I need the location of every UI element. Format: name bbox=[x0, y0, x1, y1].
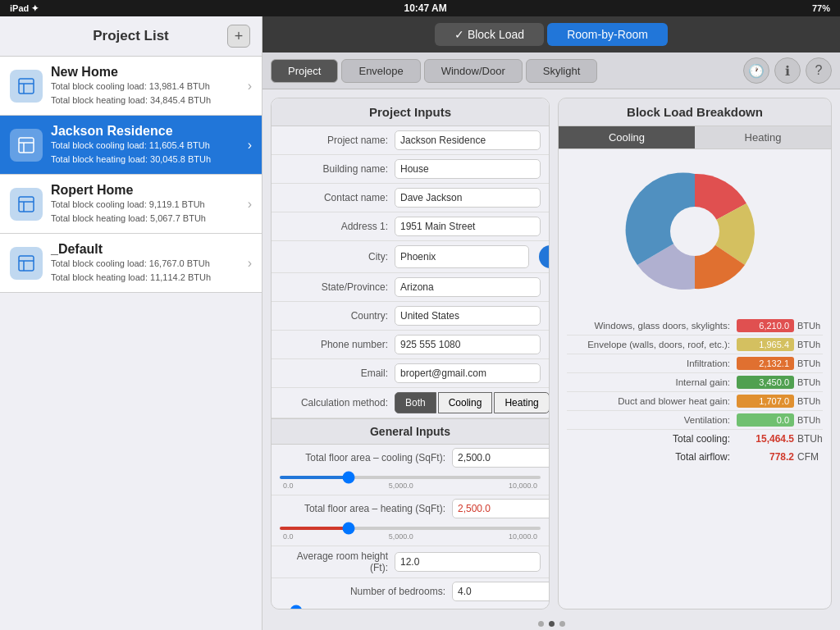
sidebar-item-default[interactable]: _Default Total block cooling load: 16,76… bbox=[0, 234, 262, 293]
heating-tab[interactable]: Heating bbox=[695, 126, 831, 148]
field-label: Country: bbox=[280, 310, 395, 322]
floor-cooling-label: Total floor area – cooling (SqFt): bbox=[280, 452, 452, 463]
breakdown-title: Block Load Breakdown bbox=[559, 98, 831, 126]
field-input[interactable] bbox=[395, 159, 541, 179]
floor-heating-label: Total floor area – heating (SqFt): bbox=[280, 503, 452, 514]
page-dot-2[interactable] bbox=[549, 621, 555, 627]
clock-icon[interactable]: 🕐 bbox=[743, 57, 769, 84]
floor-heating-input[interactable] bbox=[452, 499, 550, 518]
floor-cooling-slider[interactable] bbox=[280, 476, 541, 479]
breakdown-row-label: Ventilation: bbox=[567, 415, 737, 425]
sidebar-title: Project List bbox=[34, 28, 227, 44]
block-load-tab[interactable]: ✓ Block Load bbox=[435, 23, 544, 46]
breakdown-data-row: Internal gain: 3,450.0 BTUh bbox=[567, 373, 823, 392]
sidebar-item-new-home[interactable]: New Home Total block cooling load: 13,98… bbox=[0, 57, 262, 116]
field-input[interactable] bbox=[395, 245, 529, 268]
breakdown-unit: BTUh bbox=[794, 377, 823, 387]
sidebar-item-ropert-home[interactable]: Ropert Home Total block cooling load: 9,… bbox=[0, 175, 262, 234]
total-label: Total cooling: bbox=[567, 433, 737, 445]
field-label: Email: bbox=[280, 368, 395, 379]
sidebar-item-jackson-residence[interactable]: Jackson Residence Total block cooling lo… bbox=[0, 116, 262, 175]
bedrooms-input[interactable] bbox=[452, 582, 550, 601]
total-unit: CFM bbox=[794, 451, 823, 463]
field-row: City:› bbox=[272, 241, 549, 273]
item-heating-ropert-home: Total block heating load: 5,067.7 BTUh bbox=[51, 212, 241, 226]
breakdown-unit: BTUh bbox=[794, 358, 823, 368]
room-height-label: Average room height (Ft): bbox=[280, 550, 395, 573]
breakdown-row-label: Windows, glass doors, skylights: bbox=[567, 321, 737, 331]
field-input[interactable] bbox=[395, 335, 541, 354]
calc-method-group: Both Cooling Heating bbox=[395, 392, 550, 413]
field-label: City: bbox=[280, 251, 395, 262]
sub-tab-envelope[interactable]: Envelope bbox=[341, 59, 420, 83]
city-arrow-btn[interactable]: › bbox=[539, 245, 550, 268]
field-input[interactable] bbox=[395, 130, 541, 150]
item-text-new-home: New Home Total block cooling load: 13,98… bbox=[51, 65, 241, 107]
right-panel: ✓ Block Load Room-by-Room ProjectEnvelop… bbox=[262, 16, 840, 630]
breakdown-value: 1,965.4 bbox=[737, 338, 794, 351]
bedrooms-row: Number of bedrooms: 0.050.0100.0 bbox=[272, 578, 549, 609]
help-icon[interactable]: ? bbox=[806, 57, 832, 84]
info-icon[interactable]: ℹ bbox=[774, 57, 801, 84]
floor-area-heating-row: Total floor area – heating (SqFt): 0.05,… bbox=[272, 495, 549, 546]
floor-area-cooling-row: Total floor area – cooling (SqFt): 0.05,… bbox=[272, 445, 549, 495]
room-height-input[interactable] bbox=[395, 552, 541, 572]
svg-rect-3 bbox=[19, 256, 34, 271]
sub-nav-icons: 🕐ℹ? bbox=[743, 57, 832, 84]
item-cooling-new-home: Total block cooling load: 13,981.4 BTUh bbox=[51, 80, 241, 94]
add-project-button[interactable]: + bbox=[227, 25, 250, 48]
total-unit: BTUh bbox=[794, 433, 823, 445]
room-by-room-tab[interactable]: Room-by-Room bbox=[547, 23, 668, 46]
breakdown-row-label: Infiltration: bbox=[567, 358, 737, 368]
breakdown-row-label: Internal gain: bbox=[567, 377, 737, 387]
floor-heating-slider[interactable] bbox=[280, 527, 541, 530]
cooling-tab[interactable]: Cooling bbox=[559, 126, 695, 148]
floor-cooling-input[interactable] bbox=[452, 448, 550, 468]
item-icon-ropert-home bbox=[10, 188, 43, 221]
calc-cooling-btn[interactable]: Cooling bbox=[438, 392, 493, 413]
breakdown-data-row: Infiltration: 2,132.1 BTUh bbox=[567, 354, 823, 373]
field-row: Address 1: bbox=[272, 212, 549, 241]
field-input[interactable] bbox=[395, 217, 541, 236]
chevron-icon-new-home: › bbox=[248, 79, 252, 94]
cooling-heating-tabs: Cooling Heating bbox=[559, 126, 831, 149]
item-name-ropert-home: Ropert Home bbox=[51, 183, 241, 198]
item-icon-jackson-residence bbox=[10, 129, 43, 162]
sub-tab-skylight[interactable]: Skylight bbox=[526, 59, 598, 83]
breakdown-value: 6,210.0 bbox=[737, 319, 794, 332]
breakdown-data-row: Envelope (walls, doors, roof, etc.): 1,9… bbox=[567, 336, 823, 354]
breakdown-unit: BTUh bbox=[794, 321, 823, 331]
chevron-icon-default: › bbox=[248, 256, 252, 271]
field-input[interactable] bbox=[395, 277, 541, 297]
field-input[interactable] bbox=[395, 306, 541, 326]
chevron-icon-jackson-residence: › bbox=[248, 138, 252, 153]
room-height-row: Average room height (Ft): bbox=[272, 546, 549, 578]
field-input[interactable] bbox=[395, 188, 541, 208]
svg-rect-0 bbox=[19, 79, 34, 94]
pie-chart-area bbox=[559, 149, 831, 313]
page-dot-1[interactable] bbox=[538, 621, 544, 627]
total-value: 778.2 bbox=[737, 451, 794, 463]
svg-rect-1 bbox=[19, 138, 34, 153]
sidebar-list: New Home Total block cooling load: 13,98… bbox=[0, 57, 262, 630]
sub-tab-project[interactable]: Project bbox=[271, 59, 338, 83]
field-row: Email: bbox=[272, 359, 549, 388]
breakdown-row-label: Duct and blower heat gain: bbox=[567, 396, 737, 406]
page-dots bbox=[262, 618, 840, 630]
calc-heating-btn[interactable]: Heating bbox=[494, 392, 549, 413]
field-row: Contact name: bbox=[272, 184, 549, 212]
field-input[interactable] bbox=[395, 363, 541, 383]
top-nav: ✓ Block Load Room-by-Room bbox=[262, 16, 840, 52]
breakdown-total-row: Total cooling: 15,464.5 BTUh bbox=[567, 430, 823, 448]
item-name-jackson-residence: Jackson Residence bbox=[51, 124, 241, 139]
field-label: Address 1: bbox=[280, 221, 395, 232]
breakdown-value: 0.0 bbox=[737, 413, 794, 427]
item-icon-default bbox=[10, 247, 43, 280]
sub-tab-windowdoor[interactable]: Window/Door bbox=[424, 59, 523, 83]
calc-both-btn[interactable]: Both bbox=[395, 392, 436, 413]
breakdown-data-row: Ventilation: 0.0 BTUh bbox=[567, 411, 823, 430]
breakdown-panel: Block Load Breakdown Cooling Heating bbox=[558, 98, 832, 609]
page-dot-3[interactable] bbox=[559, 621, 565, 627]
chevron-icon-ropert-home: › bbox=[248, 197, 252, 212]
item-text-ropert-home: Ropert Home Total block cooling load: 9,… bbox=[51, 183, 241, 225]
